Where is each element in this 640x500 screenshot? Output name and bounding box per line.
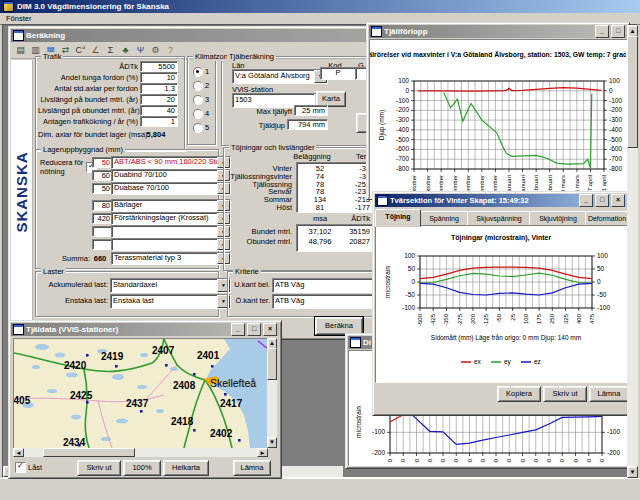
- klimatzon-radio-1[interactable]: [193, 67, 203, 77]
- map-canvas[interactable]: 2420241924072401240824252437241724182402…: [14, 339, 268, 448]
- scroll-down-icon[interactable]: ▼: [627, 466, 638, 478]
- menu-fonster[interactable]: Fönster: [6, 14, 31, 23]
- station-dot[interactable]: [86, 401, 89, 404]
- layer-material-combo[interactable]: Duabind 70/100▼: [111, 169, 231, 182]
- skrivut-button[interactable]: Skriv ut: [543, 386, 587, 402]
- station-label[interactable]: 2437: [126, 398, 149, 409]
- tvarsektion-titlebar[interactable]: Tvärsektion för Vinter Skapat: 15:49:32 …: [375, 194, 627, 207]
- layer-thickness-input[interactable]: 50: [92, 157, 113, 168]
- station-dot[interactable]: [211, 365, 214, 368]
- celsius-icon[interactable]: C°: [73, 43, 88, 57]
- klimatzon-radio-4[interactable]: [193, 109, 203, 119]
- layer-material-combo[interactable]: ABT/ABS < 90 mm 160/220 Std▼: [111, 156, 231, 169]
- layer-thickness-input[interactable]: 50: [92, 183, 113, 194]
- layer-thickness-input[interactable]: 420: [92, 213, 113, 224]
- tab-tojning[interactable]: Töjning: [375, 209, 421, 227]
- city-label[interactable]: Skellefteå: [210, 377, 256, 389]
- station-label[interactable]: 2417: [220, 398, 243, 409]
- layer-material-combo[interactable]: Bärlager▼: [111, 199, 231, 212]
- station-label[interactable]: 2419: [101, 351, 124, 362]
- map-zoom-button[interactable]: 100%: [123, 460, 161, 476]
- minimize-icon[interactable]: _: [595, 25, 609, 38]
- mdi-vscroll-thumb[interactable]: [627, 36, 638, 148]
- ackumulerad-combo[interactable]: Standardaxel▼: [110, 278, 231, 293]
- station-dot[interactable]: [193, 429, 196, 432]
- scroll-left-icon[interactable]: ◄: [13, 448, 24, 457]
- station-dot[interactable]: [193, 373, 196, 376]
- tab-deformation[interactable]: Deformation: [585, 211, 629, 226]
- minimize-icon[interactable]: _: [579, 194, 593, 207]
- maximize-icon[interactable]: □: [611, 25, 625, 38]
- tjallforlopp-titlebar[interactable]: Tjällförlopp _ □: [369, 25, 627, 38]
- station-label[interactable]: 2402: [210, 428, 233, 439]
- map-hscroll-thumb[interactable]: [43, 448, 135, 457]
- tab-spanning[interactable]: Spänning: [419, 211, 469, 226]
- close-icon[interactable]: ×: [611, 194, 625, 207]
- klimatzon-radio-3[interactable]: [193, 95, 203, 105]
- station-label[interactable]: 2425: [70, 390, 93, 401]
- map-vscrollbar[interactable]: ▲ ▼: [267, 338, 277, 447]
- layer-material-combo[interactable]: ▼: [111, 238, 231, 251]
- station-label[interactable]: 2434: [63, 437, 86, 448]
- layer-material-combo[interactable]: ▼: [111, 225, 231, 238]
- help-icon[interactable]: ?: [163, 43, 178, 57]
- klimatzon-radio-5[interactable]: [193, 123, 203, 133]
- station-dot[interactable]: [78, 444, 81, 447]
- station-label[interactable]: 2408: [173, 380, 196, 391]
- station-label[interactable]: 2401: [197, 350, 220, 361]
- psi-icon[interactable]: Ψ: [133, 43, 148, 57]
- layer-thickness-input[interactable]: [92, 226, 113, 237]
- lamna-button[interactable]: Lämna: [589, 386, 629, 402]
- adt-input[interactable]: 5500: [140, 61, 178, 72]
- station-label[interactable]: 2405: [14, 395, 31, 406]
- scroll-right-icon[interactable]: ►: [257, 448, 268, 457]
- scroll-down-icon[interactable]: ▼: [267, 437, 277, 448]
- station-dot[interactable]: [86, 354, 89, 357]
- layer-thickness-input[interactable]: 80: [92, 200, 113, 211]
- ytick-label: -500: [609, 136, 622, 143]
- map-skrivut-button[interactable]: Skriv ut: [77, 460, 121, 476]
- station-label[interactable]: 2407: [152, 345, 175, 356]
- station-dot[interactable]: [165, 364, 168, 367]
- maximize-icon[interactable]: □: [595, 194, 609, 207]
- lan-combo[interactable]: V:a Götaland Älvsborg ▼: [232, 69, 328, 84]
- tunga-fordon-input[interactable]: 10: [140, 72, 178, 83]
- mdi-vscrollbar[interactable]: ▲ ▼: [627, 25, 638, 477]
- maximize-icon[interactable]: □: [247, 323, 261, 336]
- layer-thickness-input[interactable]: 60: [92, 170, 113, 181]
- minimize-icon[interactable]: _: [231, 323, 245, 336]
- tab-skjuvtojning[interactable]: Skjuvtöjning: [529, 211, 587, 226]
- layer-material-combo[interactable]: Duabase 70/100▼: [111, 182, 231, 195]
- map-hscrollbar[interactable]: ◄ ►: [13, 448, 267, 457]
- map-helkarta-button[interactable]: Helkarta: [163, 460, 209, 476]
- printer-icon[interactable]: ▤: [13, 43, 28, 57]
- last-checkbox[interactable]: [15, 462, 26, 473]
- karta-titlebar[interactable]: Tjäldata (VViS-stationer) _ □ ×: [11, 323, 279, 336]
- tools-icon[interactable]: ⚙: [148, 43, 163, 57]
- station-dot[interactable]: [140, 410, 143, 413]
- map-vscroll-thumb[interactable]: [267, 348, 277, 380]
- layer-thickness-input[interactable]: [92, 239, 113, 250]
- tjaldjup-input[interactable]: 794 mm: [287, 119, 328, 130]
- station-label[interactable]: 2418: [171, 416, 194, 427]
- station-dot[interactable]: [238, 439, 241, 442]
- enstaka-combo[interactable]: Enstaka last▼: [110, 294, 231, 309]
- angle-icon[interactable]: ∠: [88, 43, 103, 57]
- trafikokning-input[interactable]: 1: [140, 116, 178, 127]
- livslangd-obundet-input[interactable]: 40: [140, 105, 178, 116]
- station-dot[interactable]: [115, 365, 118, 368]
- sum-icon[interactable]: Σ: [103, 43, 118, 57]
- max-tjallyft-input[interactable]: 25 mm: [294, 105, 328, 116]
- station-label[interactable]: 2420: [64, 360, 87, 371]
- klimatzon-radio-2[interactable]: [193, 81, 203, 91]
- axlar-input[interactable]: 1.3: [140, 83, 178, 94]
- close-icon[interactable]: ×: [263, 323, 277, 336]
- livslangd-bundet-input[interactable]: 20: [140, 94, 178, 105]
- terass-combo[interactable]: Terassmaterial typ 3▼: [111, 252, 231, 265]
- map-lamna-button[interactable]: Lämna: [233, 460, 271, 476]
- kopiera-button[interactable]: Kopiera: [497, 386, 541, 402]
- station-dot[interactable]: [224, 393, 227, 396]
- layer-material-combo[interactable]: Förstärkningslager (Krossat)▼: [111, 212, 231, 225]
- tree-icon[interactable]: ♣: [118, 43, 133, 57]
- tab-skjuvspanning[interactable]: Skjuvspänning: [467, 211, 531, 226]
